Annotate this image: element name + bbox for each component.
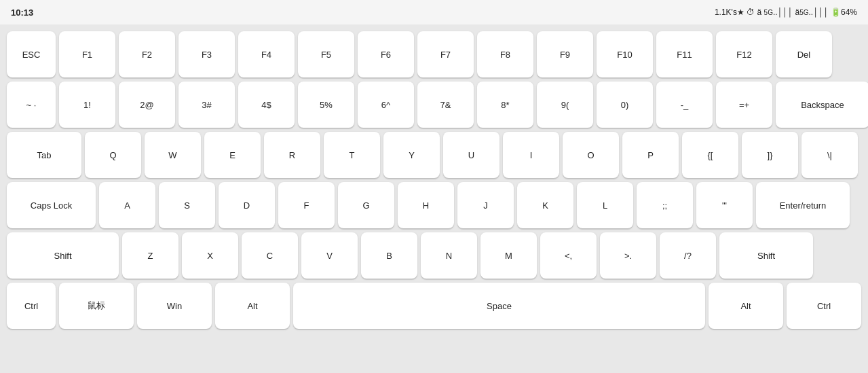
key-f1[interactable]: F1 xyxy=(59,31,115,77)
key-enter[interactable]: Enter/return xyxy=(756,182,850,228)
key-m[interactable]: M xyxy=(480,232,537,279)
key-g[interactable]: G xyxy=(338,182,394,228)
key-q[interactable]: Q xyxy=(85,132,141,178)
key-ctrl-right[interactable]: Ctrl xyxy=(787,283,861,329)
key-tab[interactable]: Tab xyxy=(7,132,81,178)
key-f6[interactable]: F6 xyxy=(358,31,414,77)
key-win[interactable]: Win xyxy=(137,283,212,329)
key-f10[interactable]: F10 xyxy=(597,31,653,77)
key-p[interactable]: P xyxy=(622,132,679,178)
key-alt-right[interactable]: Alt xyxy=(709,283,783,329)
key-c[interactable]: C xyxy=(242,232,298,279)
key-quote[interactable]: "' xyxy=(696,182,753,228)
key-t[interactable]: T xyxy=(324,132,380,178)
key-y[interactable]: Y xyxy=(383,132,440,178)
key-f5[interactable]: F5 xyxy=(298,31,354,77)
key-b[interactable]: B xyxy=(361,232,417,279)
key-r[interactable]: R xyxy=(264,132,320,178)
status-right: 1.1K's★ ⏱ ä 5G..│││ ä5G..│││ 🔋64% xyxy=(715,7,857,17)
key-f8[interactable]: F8 xyxy=(477,31,533,77)
key-8[interactable]: 8* xyxy=(477,82,533,128)
key-alt-left[interactable]: Alt xyxy=(215,283,290,329)
key-v[interactable]: V xyxy=(301,232,358,279)
function-row: ESC F1 F2 F3 F4 F5 F6 F7 F8 F9 F10 F11 F… xyxy=(7,31,861,77)
status-icons: 1.1K's★ ⏱ ä 5G..│││ ä5G..│││ 🔋64% xyxy=(715,7,857,17)
status-bar: 10:13 1.1K's★ ⏱ ä 5G..│││ ä5G..│││ 🔋64% xyxy=(0,0,868,24)
key-5[interactable]: 5% xyxy=(298,82,354,128)
key-f9[interactable]: F9 xyxy=(537,31,593,77)
key-3[interactable]: 3# xyxy=(178,82,235,128)
key-space[interactable]: Space xyxy=(293,283,705,329)
key-f2[interactable]: F2 xyxy=(119,31,175,77)
key-e[interactable]: E xyxy=(204,132,261,178)
key-d[interactable]: D xyxy=(219,182,275,228)
key-ctrl-left[interactable]: Ctrl xyxy=(7,283,56,329)
key-backspace[interactable]: Backspace xyxy=(776,82,868,128)
key-f7[interactable]: F7 xyxy=(417,31,474,77)
key-capslock[interactable]: Caps Lock xyxy=(7,182,96,228)
key-7[interactable]: 7& xyxy=(417,82,474,128)
key-minus[interactable]: -_ xyxy=(656,82,713,128)
zxcv-row: Shift Z X C V B N M <, >. /? Shift xyxy=(7,232,861,279)
key-k[interactable]: K xyxy=(517,182,573,228)
key-semicolon[interactable]: ;; xyxy=(637,182,693,228)
key-shift-left[interactable]: Shift xyxy=(7,232,119,279)
key-esc[interactable]: ESC xyxy=(7,31,56,77)
key-n[interactable]: N xyxy=(421,232,477,279)
number-row: ~ · 1! 2@ 3# 4$ 5% 6^ 7& 8* 9( 0) -_ =+ … xyxy=(7,82,861,128)
key-mouse[interactable]: 鼠标 xyxy=(59,283,134,329)
key-o[interactable]: O xyxy=(563,132,619,178)
key-z[interactable]: Z xyxy=(122,232,178,279)
key-u[interactable]: U xyxy=(443,132,499,178)
key-i[interactable]: I xyxy=(503,132,559,178)
asdf-row: Caps Lock A S D F G H J K L ;; "' Enter/… xyxy=(7,182,861,228)
key-1[interactable]: 1! xyxy=(59,82,115,128)
key-f3[interactable]: F3 xyxy=(178,31,235,77)
key-f[interactable]: F xyxy=(278,182,335,228)
key-x[interactable]: X xyxy=(182,232,238,279)
key-6[interactable]: 6^ xyxy=(358,82,414,128)
key-slash[interactable]: /? xyxy=(660,232,716,279)
key-0[interactable]: 0) xyxy=(597,82,653,128)
key-f11[interactable]: F11 xyxy=(656,31,713,77)
qwerty-row: Tab Q W E R T Y U I O P {[ ]} \| xyxy=(7,132,861,178)
key-2[interactable]: 2@ xyxy=(119,82,175,128)
key-tilde[interactable]: ~ · xyxy=(7,82,56,128)
bottom-row: Ctrl 鼠标 Win Alt Space Alt Ctrl xyxy=(7,283,861,329)
key-backslash[interactable]: \| xyxy=(801,132,858,178)
key-shift-right[interactable]: Shift xyxy=(719,232,813,279)
key-9[interactable]: 9( xyxy=(537,82,593,128)
key-period[interactable]: >. xyxy=(600,232,656,279)
key-rbracket[interactable]: ]} xyxy=(742,132,798,178)
key-comma[interactable]: <, xyxy=(540,232,597,279)
key-l[interactable]: L xyxy=(577,182,633,228)
key-j[interactable]: J xyxy=(457,182,514,228)
key-lbracket[interactable]: {[ xyxy=(682,132,738,178)
key-f4[interactable]: F4 xyxy=(238,31,295,77)
key-del[interactable]: Del xyxy=(776,31,832,77)
key-w[interactable]: W xyxy=(145,132,201,178)
key-equals[interactable]: =+ xyxy=(716,82,772,128)
keyboard: ESC F1 F2 F3 F4 F5 F6 F7 F8 F9 F10 F11 F… xyxy=(0,24,868,373)
status-time: 10:13 xyxy=(11,7,33,18)
key-s[interactable]: S xyxy=(159,182,215,228)
key-a[interactable]: A xyxy=(99,182,155,228)
key-h[interactable]: H xyxy=(398,182,454,228)
key-4[interactable]: 4$ xyxy=(238,82,295,128)
key-f12[interactable]: F12 xyxy=(716,31,772,77)
